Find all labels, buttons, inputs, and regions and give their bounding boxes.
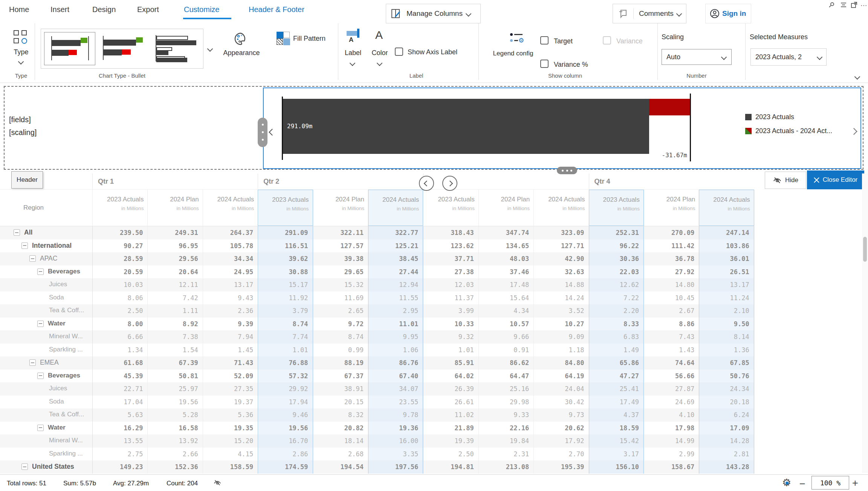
value-cell[interactable]: 36.78 <box>644 252 699 265</box>
value-cell[interactable]: 347.74 <box>478 226 533 239</box>
value-cell[interactable]: 158.67 <box>644 460 699 474</box>
value-cell[interactable]: 8.92 <box>147 318 202 331</box>
columns-next-button[interactable] <box>442 176 457 191</box>
value-cell[interactable]: 1.06 <box>368 344 423 357</box>
actuals-bar[interactable]: 291.09m <box>283 99 649 154</box>
value-cell[interactable]: 38.91 <box>313 382 368 396</box>
row-label[interactable]: Sparkling ... <box>49 450 83 457</box>
value-cell[interactable]: 11.02 <box>423 408 478 422</box>
value-cell[interactable]: 67.37 <box>313 370 368 383</box>
row-label[interactable]: EMEA <box>40 359 59 367</box>
value-cell[interactable]: 194.54 <box>313 460 368 474</box>
value-cell[interactable]: 8.06 <box>92 292 147 305</box>
value-cell[interactable]: 23.55 <box>368 396 423 409</box>
value-cell[interactable]: 50.76 <box>699 370 754 383</box>
value-cell[interactable]: 37.46 <box>478 265 533 279</box>
label-button-icon[interactable]: A <box>347 28 363 45</box>
value-cell[interactable]: 195.39 <box>533 460 588 474</box>
value-cell[interactable]: 291.09 <box>258 226 313 239</box>
label-button-label[interactable]: Label <box>340 49 366 57</box>
value-cell[interactable]: 85.91 <box>423 356 478 370</box>
value-cell[interactable]: 1.18 <box>533 344 588 357</box>
row-label-cell[interactable]: EMEA <box>0 356 92 370</box>
tab-insert[interactable]: Insert <box>50 5 69 14</box>
value-cell[interactable]: 9.50 <box>699 318 754 331</box>
value-cell[interactable]: 12.62 <box>589 278 644 292</box>
row-label[interactable]: Mineral W... <box>49 333 83 340</box>
value-cell[interactable]: 11.24 <box>699 292 754 305</box>
value-cell[interactable]: 71.43 <box>203 356 258 370</box>
value-cell[interactable]: 18.59 <box>589 422 644 435</box>
value-cell[interactable]: 13.17 <box>203 278 258 292</box>
value-cell[interactable]: 111.42 <box>644 239 699 253</box>
value-cell[interactable]: 29.65 <box>313 265 368 279</box>
value-cell[interactable]: 8.00 <box>92 318 147 331</box>
fields-placeholder[interactable]: [fields] <box>9 115 31 124</box>
value-cell[interactable]: 9.43 <box>203 292 258 305</box>
row-label[interactable]: United States <box>32 463 74 471</box>
value-cell[interactable]: 2.65 <box>313 304 368 318</box>
value-cell[interactable]: 9.72 <box>313 318 368 331</box>
value-cell[interactable]: 19.56 <box>258 422 313 435</box>
value-cell[interactable]: 152.36 <box>147 460 202 474</box>
collapse-toggle[interactable] <box>37 373 44 379</box>
value-cell[interactable]: 8.32 <box>313 408 368 422</box>
legend-item[interactable]: 2023 Actuals <box>745 113 794 121</box>
collapse-toggle[interactable] <box>37 425 44 431</box>
value-cell[interactable]: 1.01 <box>258 344 313 357</box>
value-cell[interactable]: 28.59 <box>92 252 147 265</box>
pin-icon[interactable] <box>828 2 836 8</box>
row-label[interactable]: Soda <box>49 294 64 301</box>
value-cell[interactable]: 13.92 <box>147 434 202 448</box>
value-cell[interactable]: 322.11 <box>313 226 368 239</box>
value-cell[interactable]: 26.51 <box>699 265 754 279</box>
row-label-cell[interactable]: Soda <box>0 292 92 305</box>
row-label-cell[interactable]: Sparkling ... <box>0 448 92 461</box>
value-cell[interactable]: 19.84 <box>478 434 533 448</box>
value-cell[interactable]: 45.39 <box>92 370 147 383</box>
value-cell[interactable]: 8.14 <box>699 330 754 344</box>
value-cell[interactable]: 318.43 <box>423 226 478 239</box>
row-label-cell[interactable]: Juices <box>0 278 92 292</box>
value-cell[interactable]: 39.38 <box>313 252 368 265</box>
value-cell[interactable]: 2.20 <box>589 304 644 318</box>
value-cell[interactable]: 1.43 <box>644 344 699 357</box>
value-cell[interactable]: 2.75 <box>92 448 147 461</box>
value-cell[interactable]: 34.07 <box>368 382 423 396</box>
row-label[interactable]: Sparkling ... <box>49 346 83 353</box>
value-cell[interactable]: 14.80 <box>644 278 699 292</box>
value-cell[interactable]: 7.43 <box>644 330 699 344</box>
value-cell[interactable]: 13.55 <box>92 434 147 448</box>
value-cell[interactable]: 26.39 <box>423 382 478 396</box>
collapse-toggle[interactable] <box>21 463 28 470</box>
value-cell[interactable]: 8.33 <box>589 318 644 331</box>
value-cell[interactable]: 14.28 <box>699 434 754 448</box>
tab-customize[interactable]: Customize <box>184 5 219 14</box>
row-label-cell[interactable]: Tea & Coff... <box>0 408 92 422</box>
value-cell[interactable]: 16.00 <box>368 434 423 448</box>
value-cell[interactable]: 10.33 <box>423 318 478 331</box>
value-cell[interactable]: 197.56 <box>368 460 423 474</box>
value-cell[interactable]: 17.04 <box>92 396 147 409</box>
row-label[interactable]: International <box>32 242 72 250</box>
value-cell[interactable]: 8.86 <box>644 318 699 331</box>
value-cell[interactable]: 7.22 <box>589 292 644 305</box>
value-cell[interactable]: 1.45 <box>203 344 258 357</box>
collapse-toggle[interactable] <box>37 321 44 327</box>
value-cell[interactable]: 76.88 <box>258 356 313 370</box>
value-cell[interactable]: 24.34 <box>699 382 754 396</box>
column-header-cell[interactable]: 2023 Actualsin Millions <box>258 190 313 226</box>
value-cell[interactable]: 24.69 <box>644 396 699 409</box>
ribbon-collapse-icon[interactable] <box>854 74 860 80</box>
column-header-cell[interactable]: 2024 Actualsin Millions <box>699 190 754 226</box>
value-cell[interactable]: 11.55 <box>368 292 423 305</box>
more-icon[interactable]: ⋯ <box>860 2 868 8</box>
fill-pattern-icon[interactable] <box>277 32 290 45</box>
value-cell[interactable]: 2.36 <box>203 304 258 318</box>
collapse-toggle[interactable] <box>29 359 36 366</box>
row-label-cell[interactable]: Tea & Coff... <box>0 304 92 318</box>
value-cell[interactable]: 19.35 <box>203 422 258 435</box>
chevron-down-icon[interactable] <box>377 60 383 66</box>
tab-design[interactable]: Design <box>92 5 116 14</box>
fill-pattern-label[interactable]: Fill Pattern <box>293 35 326 43</box>
